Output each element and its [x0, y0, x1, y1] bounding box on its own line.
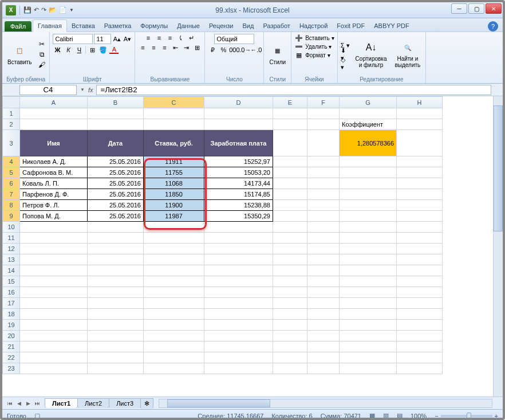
align-bottom-icon[interactable]: ≡	[165, 34, 175, 42]
row-header-17[interactable]: 17	[3, 298, 20, 309]
cell-d5[interactable]: 15053,20	[204, 167, 273, 178]
macro-record-icon[interactable]: ▢	[34, 412, 40, 419]
tab-file[interactable]: Файл	[5, 21, 31, 32]
col-header-b[interactable]: B	[88, 97, 144, 108]
decrease-font-icon[interactable]: A▾	[123, 35, 132, 43]
sheet-tab-2[interactable]: Лист2	[77, 398, 109, 408]
row-header-6[interactable]: 6	[3, 178, 20, 189]
close-button[interactable]: ✕	[486, 3, 502, 14]
formula-input[interactable]	[96, 85, 491, 95]
merge-icon[interactable]: ⊞	[192, 44, 202, 52]
cell-d7[interactable]: 15174,85	[204, 189, 273, 200]
styles-button[interactable]: ▦ Стили	[267, 43, 288, 66]
col-header-h[interactable]: H	[397, 97, 443, 108]
cell-g3[interactable]: 1,280578366	[340, 130, 397, 156]
percent-icon[interactable]: %	[219, 46, 228, 54]
format-painter-icon[interactable]: 🖌	[37, 60, 46, 69]
align-right-icon[interactable]: ≡	[160, 44, 169, 52]
cell-a4[interactable]: Николаев А. Д.	[20, 156, 88, 167]
cell-b4[interactable]: 25.05.2016	[88, 156, 144, 167]
tab-home[interactable]: Главная	[33, 19, 67, 32]
cell-b3[interactable]: Дата	[88, 130, 144, 156]
new-icon[interactable]: 📄	[59, 6, 67, 14]
cell-c7[interactable]: 11850	[144, 189, 204, 200]
find-select-button[interactable]: 🔍 Найти и выделить	[392, 40, 423, 69]
cell-g2[interactable]: Коэффициент	[340, 119, 397, 130]
comma-icon[interactable]: 000	[230, 46, 239, 54]
col-header-f[interactable]: F	[307, 97, 340, 108]
sheet-tab-1[interactable]: Лист1	[45, 398, 78, 408]
row-header-22[interactable]: 22	[3, 352, 20, 363]
clear-icon[interactable]: ◇ ▾	[341, 60, 350, 68]
row-header-5[interactable]: 5	[3, 167, 20, 178]
cell-c8[interactable]: 11900	[144, 200, 204, 211]
copy-icon[interactable]: ⧉	[37, 50, 46, 59]
row-header-11[interactable]: 11	[3, 233, 20, 244]
font-name-select[interactable]	[53, 34, 93, 44]
fx-icon[interactable]: fx	[88, 87, 93, 93]
tab-review[interactable]: Рецензи	[204, 20, 238, 32]
paste-button[interactable]: 📋 Вставить	[5, 43, 34, 66]
increase-indent-icon[interactable]: ⇥	[182, 44, 191, 52]
cell-a6[interactable]: Коваль Л. П.	[20, 178, 88, 189]
cell-a5[interactable]: Сафронова В. М.	[20, 167, 88, 178]
border-icon[interactable]: ⊞	[88, 46, 97, 54]
save-icon[interactable]: 💾	[23, 6, 31, 14]
sheet-nav-next-icon[interactable]: ▶	[24, 401, 32, 406]
horizontal-scrollbar[interactable]	[159, 399, 492, 408]
new-sheet-button[interactable]: ✻	[140, 398, 153, 409]
row-header-4[interactable]: 4	[3, 156, 20, 167]
cell-c6[interactable]: 11068	[144, 178, 204, 189]
row-header-10[interactable]: 10	[3, 222, 20, 233]
redo-icon[interactable]: ↷	[41, 6, 46, 14]
tab-insert[interactable]: Вставка	[67, 20, 100, 32]
tab-formulas[interactable]: Формулы	[136, 20, 172, 32]
open-icon[interactable]: 📂	[49, 6, 57, 14]
sheet-nav-prev-icon[interactable]: ◀	[15, 401, 23, 406]
qat-dropdown-icon[interactable]: ▼	[69, 7, 74, 13]
tab-addins[interactable]: Надстрой	[295, 20, 332, 32]
row-header-14[interactable]: 14	[3, 265, 20, 276]
cell-a3[interactable]: Имя	[20, 130, 88, 156]
row-header-16[interactable]: 16	[3, 287, 20, 298]
view-layout-icon[interactable]: ▥	[383, 412, 389, 419]
name-box[interactable]	[19, 85, 77, 95]
number-format-select[interactable]	[214, 34, 254, 44]
format-cells-button[interactable]: ▦Формат ▾	[294, 51, 330, 59]
worksheet-grid[interactable]: A B C D E F G H 1 2Коэффициент 3 Имя Дат…	[2, 96, 493, 397]
row-header-7[interactable]: 7	[3, 189, 20, 200]
tab-foxit[interactable]: Foxit PDF	[332, 20, 369, 32]
tab-abbyy[interactable]: ABBYY PDF	[369, 20, 414, 32]
cell-c3[interactable]: Ставка, руб.	[144, 130, 204, 156]
col-header-c[interactable]: C	[144, 97, 204, 108]
cell-c5[interactable]: 11755	[144, 167, 204, 178]
minimize-button[interactable]: ─	[451, 3, 467, 14]
col-header-g[interactable]: G	[340, 97, 397, 108]
row-header-9[interactable]: 9	[3, 211, 20, 222]
tab-view[interactable]: Вид	[238, 20, 259, 32]
wrap-text-icon[interactable]: ↵	[187, 34, 196, 42]
cell-b7[interactable]: 25.05.2016	[88, 189, 144, 200]
cell-b5[interactable]: 25.05.2016	[88, 167, 144, 178]
cell-b6[interactable]: 25.05.2016	[88, 178, 144, 189]
row-header-23[interactable]: 23	[3, 363, 20, 374]
undo-icon[interactable]: ↶	[34, 6, 39, 14]
zoom-out-button[interactable]: −	[435, 413, 438, 419]
sheet-nav-last-icon[interactable]: ⏭	[33, 401, 41, 406]
align-middle-icon[interactable]: ≡	[155, 34, 164, 42]
row-header-2[interactable]: 2	[3, 119, 20, 130]
col-header-a[interactable]: A	[20, 97, 88, 108]
increase-font-icon[interactable]: A▴	[112, 35, 121, 43]
view-pagebreak-icon[interactable]: ▤	[397, 412, 403, 419]
increase-decimal-icon[interactable]: .0→	[240, 46, 250, 54]
col-header-e[interactable]: E	[273, 97, 307, 108]
tab-data[interactable]: Данные	[172, 20, 204, 32]
cell-a7[interactable]: Парфенов Д. Ф.	[20, 189, 88, 200]
row-header-20[interactable]: 20	[3, 331, 20, 342]
view-normal-icon[interactable]: ▦	[369, 412, 375, 419]
tab-layout[interactable]: Разметка	[100, 20, 136, 32]
sheet-tab-3[interactable]: Лист3	[109, 398, 141, 408]
help-icon[interactable]: ?	[488, 21, 498, 32]
row-header-8[interactable]: 8	[3, 200, 20, 211]
row-header-12[interactable]: 12	[3, 244, 20, 254]
